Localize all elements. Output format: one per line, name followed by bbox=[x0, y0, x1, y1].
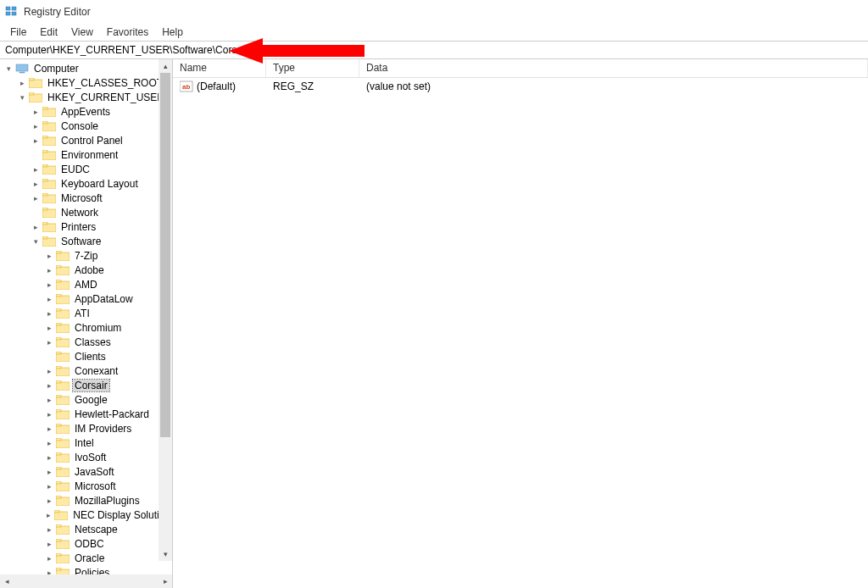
chevron-right-icon[interactable]: ▸ bbox=[44, 467, 54, 477]
tree-node-console[interactable]: ▸ Console bbox=[0, 119, 172, 133]
chevron-right-icon[interactable]: ▸ bbox=[44, 366, 54, 376]
chevron-right-icon[interactable]: ▸ bbox=[31, 107, 41, 117]
chevron-right-icon[interactable]: ▸ bbox=[31, 164, 41, 175]
tree-node-hkcu[interactable]: ▾ HKEY_CURRENT_USER bbox=[0, 90, 172, 104]
folder-icon bbox=[56, 336, 70, 348]
tree-node-improviders[interactable]: ▸ IM Providers bbox=[0, 421, 172, 435]
scroll-left-icon[interactable]: ◂ bbox=[0, 574, 14, 588]
tree-node-mozillaplugins[interactable]: ▸ MozillaPlugins bbox=[0, 493, 172, 508]
folder-icon bbox=[42, 120, 56, 132]
tree-node-ati[interactable]: ▸ ATI bbox=[0, 306, 172, 320]
svg-rect-0 bbox=[6, 7, 10, 10]
chevron-right-icon[interactable]: ▸ bbox=[31, 179, 41, 189]
tree-node-google[interactable]: ▸ Google bbox=[0, 392, 172, 407]
menu-view[interactable]: View bbox=[64, 25, 100, 40]
tree-node-printers[interactable]: ▸ Printers bbox=[0, 219, 172, 234]
menu-file[interactable]: File bbox=[3, 25, 33, 40]
column-header-name[interactable]: Name bbox=[173, 59, 266, 77]
scroll-up-icon[interactable]: ▴ bbox=[159, 59, 172, 73]
chevron-right-icon[interactable]: ▸ bbox=[17, 78, 27, 88]
svg-rect-32 bbox=[56, 251, 61, 253]
tree-node-netscape[interactable]: ▸ Netscape bbox=[0, 522, 172, 536]
tree-node-javasoft[interactable]: ▸ JavaSoft bbox=[0, 464, 172, 479]
tree-node-7zip[interactable]: ▸ 7-Zip bbox=[0, 248, 172, 263]
menu-help[interactable]: Help bbox=[155, 25, 190, 40]
tree-node-appdatalow[interactable]: ▸ AppDataLow bbox=[0, 291, 172, 306]
chevron-right-icon[interactable]: ▸ bbox=[44, 481, 54, 491]
chevron-right-icon[interactable]: ▸ bbox=[31, 222, 41, 232]
tree-vertical-scrollbar[interactable]: ▴ ▾ bbox=[159, 59, 172, 561]
svg-rect-18 bbox=[42, 150, 47, 153]
svg-rect-12 bbox=[42, 107, 47, 109]
chevron-right-icon[interactable]: ▸ bbox=[31, 193, 41, 203]
tree-node-clients[interactable]: Clients bbox=[0, 349, 172, 363]
tree-label: Corsair bbox=[73, 380, 109, 391]
chevron-right-icon[interactable]: ▸ bbox=[44, 539, 54, 549]
tree-node-hp[interactable]: ▸ Hewlett-Packard bbox=[0, 407, 172, 421]
chevron-right-icon[interactable]: ▸ bbox=[31, 136, 41, 146]
tree-node-policies[interactable]: ▸ Policies bbox=[0, 565, 172, 574]
tree-node-computer[interactable]: ▾ Computer bbox=[0, 61, 172, 75]
tree-node-environment[interactable]: Environment bbox=[0, 147, 172, 162]
chevron-right-icon[interactable]: ▸ bbox=[44, 308, 54, 319]
chevron-right-icon[interactable]: ▸ bbox=[44, 409, 54, 419]
menu-favorites[interactable]: Favorites bbox=[100, 25, 155, 40]
tree-node-conexant[interactable]: ▸ Conexant bbox=[0, 363, 172, 378]
svg-rect-3 bbox=[12, 12, 16, 15]
tree-node-amd[interactable]: ▸ AMD bbox=[0, 277, 172, 291]
svg-rect-71 bbox=[56, 541, 70, 549]
tree-node-nec[interactable]: ▸ NEC Display Solution bbox=[0, 508, 172, 522]
chevron-right-icon[interactable]: ▸ bbox=[44, 452, 54, 463]
chevron-right-icon[interactable]: ▸ bbox=[44, 323, 54, 333]
tree-node-microsoft-top[interactable]: ▸ Microsoft bbox=[0, 191, 172, 205]
svg-rect-62 bbox=[56, 467, 61, 469]
chevron-right-icon[interactable]: ▸ bbox=[44, 337, 54, 347]
chevron-down-icon[interactable]: ▾ bbox=[17, 92, 27, 103]
scroll-down-icon[interactable]: ▾ bbox=[159, 547, 172, 561]
scroll-thumb[interactable] bbox=[160, 73, 170, 437]
list-row[interactable]: ab (Default) REG_SZ (value not set) bbox=[173, 78, 868, 95]
tree-node-corsair[interactable]: ▸ Corsair bbox=[0, 378, 172, 392]
scroll-track[interactable] bbox=[159, 73, 172, 547]
chevron-right-icon[interactable]: ▸ bbox=[44, 265, 54, 275]
menu-edit[interactable]: Edit bbox=[33, 25, 64, 40]
chevron-right-icon[interactable]: ▸ bbox=[44, 524, 54, 535]
tree-node-classes[interactable]: ▸ Classes bbox=[0, 335, 172, 349]
chevron-right-icon[interactable]: ▸ bbox=[44, 496, 54, 506]
column-header-data[interactable]: Data bbox=[359, 59, 868, 77]
tree-node-chromium[interactable]: ▸ Chromium bbox=[0, 320, 172, 335]
tree-node-adobe[interactable]: ▸ Adobe bbox=[0, 263, 172, 277]
tree-node-eudc[interactable]: ▸ EUDC bbox=[0, 162, 172, 176]
tree-node-network[interactable]: Network bbox=[0, 205, 172, 219]
chevron-right-icon[interactable]: ▸ bbox=[44, 280, 54, 290]
tree-node-intel[interactable]: ▸ Intel bbox=[0, 435, 172, 450]
address-input[interactable] bbox=[0, 42, 868, 58]
chevron-right-icon[interactable]: ▸ bbox=[44, 294, 54, 304]
chevron-right-icon[interactable]: ▸ bbox=[44, 251, 54, 261]
tree-node-appevents[interactable]: ▸ AppEvents bbox=[0, 104, 172, 119]
chevron-down-icon[interactable]: ▾ bbox=[3, 64, 14, 74]
tree-node-ivosoft[interactable]: ▸ IvoSoft bbox=[0, 450, 172, 464]
chevron-down-icon[interactable]: ▾ bbox=[31, 236, 41, 247]
svg-rect-14 bbox=[42, 121, 47, 124]
tree-node-software[interactable]: ▾ Software bbox=[0, 234, 172, 248]
tree-node-odbc[interactable]: ▸ ODBC bbox=[0, 536, 172, 551]
tree-node-controlpanel[interactable]: ▸ Control Panel bbox=[0, 133, 172, 147]
workarea: ▾ Computer ▸ HKEY_CLASSES_ROOT ▾ HKEY_CU… bbox=[0, 59, 868, 588]
scroll-right-icon[interactable]: ▸ bbox=[159, 574, 172, 588]
chevron-right-icon[interactable]: ▸ bbox=[44, 553, 54, 563]
tree-node-oracle[interactable]: ▸ Oracle bbox=[0, 551, 172, 565]
chevron-right-icon[interactable]: ▸ bbox=[44, 380, 54, 391]
column-header-type[interactable]: Type bbox=[266, 59, 359, 77]
tree-horizontal-scrollbar[interactable]: ◂ ▸ bbox=[0, 574, 172, 588]
chevron-right-icon[interactable]: ▸ bbox=[31, 121, 41, 131]
chevron-right-icon[interactable]: ▸ bbox=[44, 510, 53, 520]
chevron-right-icon[interactable]: ▸ bbox=[44, 438, 54, 448]
folder-icon bbox=[56, 351, 70, 363]
tree-node-microsoft[interactable]: ▸ Microsoft bbox=[0, 479, 172, 493]
chevron-right-icon[interactable]: ▸ bbox=[44, 424, 54, 434]
tree-node-keyboard[interactable]: ▸ Keyboard Layout bbox=[0, 176, 172, 191]
chevron-right-icon[interactable]: ▸ bbox=[44, 395, 54, 405]
tree-node-hkcr[interactable]: ▸ HKEY_CLASSES_ROOT bbox=[0, 75, 172, 90]
chevron-right-icon[interactable]: ▸ bbox=[44, 568, 54, 575]
